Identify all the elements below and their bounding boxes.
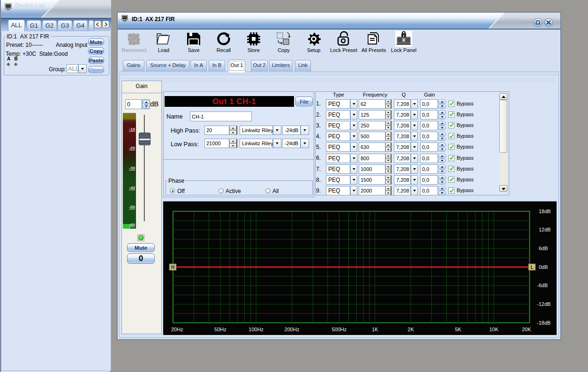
svg-text:20Hz: 20Hz <box>171 327 183 332</box>
svg-text:-12dB: -12dB <box>537 301 550 307</box>
svg-text:500Hz: 500Hz <box>332 327 347 332</box>
svg-text:5K: 5K <box>455 327 461 332</box>
svg-text:2K: 2K <box>407 327 414 332</box>
svg-text:-6dB: -6dB <box>537 283 548 288</box>
svg-text:6dB: 6dB <box>539 246 548 251</box>
svg-text:18dB: 18dB <box>539 208 551 214</box>
svg-text:20K: 20K <box>522 327 531 332</box>
svg-text:L: L <box>530 265 533 270</box>
svg-text:-18dB: -18dB <box>537 320 550 326</box>
svg-text:1K: 1K <box>372 327 378 332</box>
svg-text:50Hz: 50Hz <box>214 327 226 332</box>
svg-text:10K: 10K <box>489 327 498 332</box>
svg-text:12dB: 12dB <box>539 227 551 232</box>
svg-text:100Hz: 100Hz <box>249 327 264 332</box>
svg-text:H: H <box>171 265 174 270</box>
svg-text:200Hz: 200Hz <box>285 327 300 332</box>
svg-text:0dB: 0dB <box>539 264 548 270</box>
